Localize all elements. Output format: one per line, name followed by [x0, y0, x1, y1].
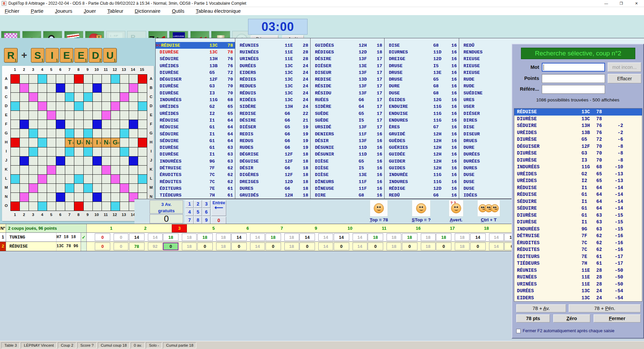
- solution-row[interactable]: DIÈSEG516: [311, 158, 384, 165]
- numpad-key-9[interactable]: 9: [202, 216, 210, 224]
- solution-row[interactable]: RÉDIGE12D16: [385, 185, 459, 192]
- solution-row[interactable]: INDURÉES11G68: [156, 96, 235, 103]
- solution-row[interactable]: DÉSUNIE11D16: [311, 144, 384, 151]
- score-cumul-cell[interactable]: 18: [216, 243, 231, 250]
- score-cell[interactable]: 0: [95, 233, 110, 241]
- score-cumul-cell[interactable]: 0: [114, 233, 128, 241]
- solution-row[interactable]: RÉDIGES12D18: [311, 49, 384, 55]
- menu-tableur[interactable]: Tableur: [107, 8, 123, 14]
- solution-row[interactable]: SIDÈRE13H24: [236, 103, 310, 110]
- effacer-button[interactable]: Effacer: [608, 74, 641, 83]
- solution-row[interactable]: URINÉES11E28: [236, 56, 310, 62]
- search-result-row[interactable]: DIURÈSEG370-8: [514, 150, 642, 157]
- score-cell[interactable]: 0: [197, 243, 213, 250]
- solution-row[interactable]: DIÉSER13E17: [311, 62, 384, 69]
- score-cumul-cell[interactable]: 18: [387, 243, 401, 250]
- search-result-row[interactable]: RÉDUISE13C78: [514, 108, 642, 116]
- solution-row[interactable]: REDISEG622: [236, 110, 310, 117]
- numpad-key-3[interactable]: 3: [202, 200, 210, 208]
- search-result-row[interactable]: INDURÉES9G63-15: [514, 226, 642, 233]
- score-cumul-cell[interactable]: 14: [353, 233, 367, 241]
- search-result-row[interactable]: ÉDITEURS7E61-17: [514, 253, 642, 260]
- solution-row[interactable]: ENDURES11G16: [385, 117, 459, 124]
- solution-row[interactable]: DÉSIREG621: [236, 117, 310, 124]
- solution-row[interactable]: SÉDUIREG164: [156, 137, 235, 144]
- solution-row[interactable]: SUÈDEG517: [311, 110, 384, 117]
- solution-row[interactable]: DURESG618: [236, 185, 310, 192]
- search-result-row[interactable]: DIURÈSEG163-15: [514, 212, 642, 219]
- plus-penalite-button[interactable]: 78 + Pén.: [569, 304, 641, 312]
- search-result-row[interactable]: DÉGUISER12F70-8: [514, 143, 642, 150]
- numpad-key-4[interactable]: 4: [186, 208, 194, 216]
- solution-row[interactable]: DREIGES12D18: [236, 178, 310, 185]
- search-result-row[interactable]: EIDERS13C24-54: [514, 295, 642, 302]
- solution-row[interactable]: DIGÈRES12F18: [236, 172, 310, 178]
- score-cumul-cell[interactable]: 18: [216, 233, 231, 241]
- score-cell[interactable]: 14: [129, 233, 145, 241]
- solution-row[interactable]: REDISE13D17: [311, 76, 384, 83]
- maximize-button[interactable]: ❐: [614, 0, 629, 7]
- numpad-key-0[interactable]: 0: [211, 217, 226, 224]
- solution-row[interactable]: URSIDÉ13F17: [311, 124, 384, 131]
- solution-row[interactable]: REDISG619: [236, 131, 310, 137]
- search-result-row[interactable]: RÉDUISEG164-14: [514, 191, 642, 198]
- score-cumul-cell[interactable]: 18: [421, 233, 436, 241]
- solution-row[interactable]: GUIDÉES12H18: [311, 42, 384, 49]
- solution-row[interactable]: DIURNES11D16: [385, 49, 459, 55]
- solution-row[interactable]: DÉGUISE12F18: [236, 158, 310, 165]
- solution-row[interactable]: SÉDUIRE13H76: [156, 56, 235, 62]
- zero-button[interactable]: Zéro: [553, 314, 590, 322]
- search-result-row[interactable]: ÉRUDITES7C62-16: [514, 239, 642, 247]
- search-result-row[interactable]: RÉDUITES7C62-16: [514, 246, 642, 253]
- score-cell[interactable]: 0: [368, 243, 383, 250]
- fermer-button[interactable]: Fermer: [594, 314, 641, 322]
- points-validate-button[interactable]: 78 pts: [516, 314, 550, 322]
- solution-row[interactable]: DIURÈSEI370: [156, 90, 235, 96]
- solution-row[interactable]: ÈRESG716: [385, 124, 459, 131]
- score-cumul-cell[interactable]: 14: [353, 243, 367, 250]
- solution-row[interactable]: SIDÈREG417: [311, 103, 384, 110]
- search-result-row[interactable]: RUINÉES11E28-50: [514, 274, 642, 281]
- search-result-row[interactable]: SÉDUIREG164-14: [514, 205, 642, 212]
- score-cumul-cell[interactable]: 14: [148, 233, 163, 241]
- search-result-row[interactable]: RÉUNIES11E28-50: [514, 267, 642, 274]
- score-cell[interactable]: 0: [334, 243, 349, 250]
- score-cell[interactable]: 78: [129, 243, 145, 250]
- score-cumul-cell[interactable]: 14: [250, 233, 265, 241]
- solution-row[interactable]: RÉDUISEG164: [156, 124, 235, 131]
- search-result-row[interactable]: DIURÈSEG572-6: [514, 136, 642, 143]
- solution-row[interactable]: RÉDUIS13C24: [236, 90, 310, 96]
- reference-input[interactable]: [542, 85, 605, 94]
- numpad-key-8[interactable]: 8: [194, 216, 202, 224]
- solution-row[interactable]: URÉIDESG265: [156, 103, 235, 110]
- score-cell[interactable]: 14: [299, 233, 315, 241]
- emoticon-avert-[interactable]: ? ?Avert.: [449, 200, 464, 222]
- solution-row[interactable]: EIDERS13C24: [236, 69, 310, 76]
- solution-row[interactable]: >>RÉDUISE13C78: [156, 42, 235, 49]
- solution-row[interactable]: DISEG816: [385, 42, 459, 49]
- menu-fichier[interactable]: Fichier: [5, 8, 19, 14]
- solution-row[interactable]: DIURÈSEG572: [156, 69, 235, 76]
- score-cell[interactable]: 18: [436, 233, 451, 241]
- score-cell[interactable]: 14: [334, 233, 349, 241]
- solution-row[interactable]: DIREG816: [311, 192, 384, 199]
- search-result-row[interactable]: URÉIDESG265-13: [514, 171, 642, 178]
- score-cell[interactable]: 18: [368, 233, 383, 241]
- solution-row[interactable]: RÉDUITES7C62: [156, 178, 235, 185]
- score-cell[interactable]: 14: [231, 233, 247, 241]
- solution-row[interactable]: INDURES11G16: [385, 178, 459, 185]
- solution-row[interactable]: ENDUISE11G16: [385, 110, 459, 117]
- score-cell[interactable]: 0: [266, 243, 281, 250]
- score-cumul-cell[interactable]: 18: [455, 233, 470, 241]
- mot-input[interactable]: [542, 63, 605, 72]
- solution-row[interactable]: DÉTRUISE7F62: [156, 165, 235, 171]
- score-cell[interactable]: 18: [402, 233, 417, 241]
- solution-row[interactable]: DRUSE13E16: [385, 69, 459, 76]
- solution-row[interactable]: INDURÉE11G16: [385, 172, 459, 178]
- score-cumul-cell[interactable]: 14: [250, 243, 265, 250]
- solution-row[interactable]: ÉGIDES12G16: [385, 96, 459, 103]
- solution-row[interactable]: DENIERS11F16: [311, 131, 384, 137]
- solution-row[interactable]: RUÉESG617: [311, 96, 384, 103]
- solution-row[interactable]: URÉIDESI265: [156, 110, 235, 117]
- solution-row[interactable]: GUIDER12H16: [385, 158, 459, 165]
